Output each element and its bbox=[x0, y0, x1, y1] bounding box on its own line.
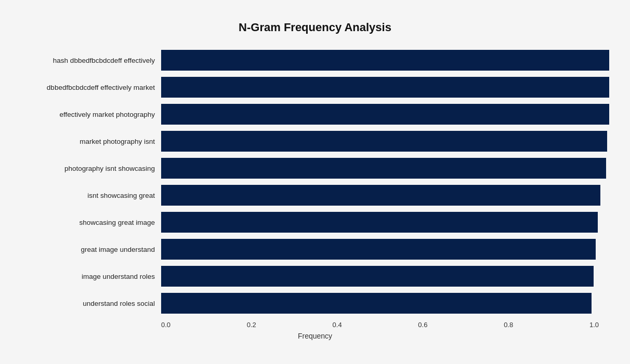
bar-row: isnt showcasing great bbox=[21, 182, 609, 209]
bar-track bbox=[161, 104, 609, 125]
bar-row: market photography isnt bbox=[21, 128, 609, 155]
bar-label: hash dbbedfbcbdcdeff effectively bbox=[21, 57, 161, 64]
bar-label: photography isnt showcasing bbox=[21, 165, 161, 172]
bar-row: effectively market photography bbox=[21, 101, 609, 128]
bar-fill bbox=[161, 158, 606, 179]
x-tick: 0.0 bbox=[161, 321, 170, 329]
bar-track bbox=[161, 50, 609, 71]
bar-fill bbox=[161, 239, 596, 260]
bar-track bbox=[161, 131, 609, 152]
bars-wrapper: hash dbbedfbcbdcdeff effectivelydbbedfbc… bbox=[21, 47, 609, 317]
bar-fill bbox=[161, 131, 607, 152]
bar-fill bbox=[161, 212, 598, 233]
bar-label: dbbedfbcbdcdeff effectively market bbox=[21, 84, 161, 91]
bar-track bbox=[161, 266, 609, 287]
x-axis: 0.00.20.40.60.81.0 bbox=[161, 317, 599, 329]
x-tick: 0.6 bbox=[418, 321, 427, 329]
bar-track bbox=[161, 293, 609, 314]
bar-row: showcasing great image bbox=[21, 209, 609, 236]
bar-track bbox=[161, 239, 609, 260]
bar-row: image understand roles bbox=[21, 263, 609, 290]
bar-label: understand roles social bbox=[21, 300, 161, 307]
bar-row: dbbedfbcbdcdeff effectively market bbox=[21, 74, 609, 101]
bar-fill bbox=[161, 104, 609, 125]
x-axis-label: Frequency bbox=[21, 332, 609, 340]
chart-container: N-Gram Frequency Analysis hash dbbedfbcb… bbox=[10, 10, 620, 364]
bar-row: understand roles social bbox=[21, 290, 609, 317]
chart-title: N-Gram Frequency Analysis bbox=[21, 21, 609, 34]
bar-track bbox=[161, 212, 609, 233]
bar-label: great image understand bbox=[21, 246, 161, 253]
bar-row: photography isnt showcasing bbox=[21, 155, 609, 182]
x-tick: 1.0 bbox=[589, 321, 599, 329]
bar-label: effectively market photography bbox=[21, 111, 161, 118]
bar-track bbox=[161, 185, 609, 206]
bar-fill bbox=[161, 50, 609, 71]
bar-fill bbox=[161, 293, 592, 314]
x-tick: 0.8 bbox=[504, 321, 513, 329]
bar-fill bbox=[161, 266, 594, 287]
bar-label: showcasing great image bbox=[21, 219, 161, 226]
chart-body: hash dbbedfbcbdcdeff effectivelydbbedfbc… bbox=[21, 47, 609, 340]
bar-fill bbox=[161, 185, 600, 206]
bar-row: great image understand bbox=[21, 236, 609, 263]
bar-label: market photography isnt bbox=[21, 138, 161, 145]
bar-track bbox=[161, 158, 609, 179]
x-tick: 0.4 bbox=[333, 321, 342, 329]
bar-track bbox=[161, 77, 609, 98]
bar-row: hash dbbedfbcbdcdeff effectively bbox=[21, 47, 609, 74]
bar-label: image understand roles bbox=[21, 273, 161, 280]
x-tick: 0.2 bbox=[247, 321, 256, 329]
bar-label: isnt showcasing great bbox=[21, 192, 161, 199]
bar-fill bbox=[161, 77, 609, 98]
